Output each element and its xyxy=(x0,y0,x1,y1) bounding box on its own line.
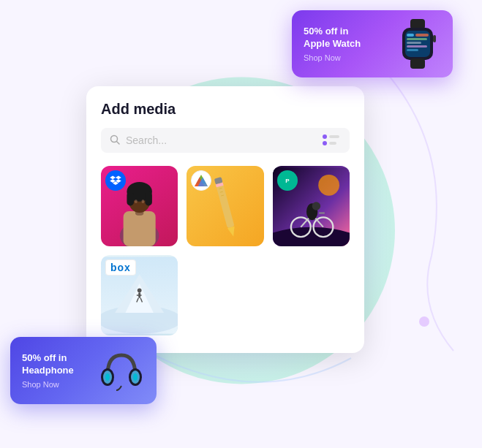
ad-card-watch: 50% off in Apple Watch Shop Now xyxy=(292,10,453,77)
media-item-notion[interactable]: P xyxy=(273,166,350,246)
ad-headphone-text: 50% off in Headphone Shop Now xyxy=(22,352,91,389)
notion-badge: P xyxy=(277,170,298,191)
search-icon xyxy=(110,134,120,147)
svg-rect-5 xyxy=(415,34,429,37)
svg-point-0 xyxy=(419,316,429,327)
ad-card-headphone: 50% off in Headphone Shop Now xyxy=(10,337,157,404)
ad-headphone-image xyxy=(98,347,145,394)
search-placeholder: Search... xyxy=(126,134,167,146)
media-grid: P xyxy=(101,166,350,335)
ad-headphone-title: 50% off in Headphone xyxy=(22,352,91,377)
svg-rect-1 xyxy=(410,19,425,29)
ad-headphone-cta[interactable]: Shop Now xyxy=(22,380,91,389)
svg-rect-6 xyxy=(407,38,427,40)
ad-watch-cta[interactable]: Shop Now xyxy=(304,53,385,62)
search-bar[interactable]: Search... xyxy=(101,128,350,153)
view-toggle[interactable] xyxy=(322,133,341,148)
svg-line-13 xyxy=(117,141,120,144)
box-badge: box xyxy=(105,259,136,276)
svg-rect-19 xyxy=(124,211,156,246)
svg-rect-17 xyxy=(329,142,336,145)
svg-point-49 xyxy=(312,202,320,210)
box-logo: box xyxy=(110,262,131,273)
media-item-google[interactable] xyxy=(187,166,263,246)
svg-rect-7 xyxy=(407,42,421,44)
svg-point-42 xyxy=(318,175,339,196)
svg-rect-10 xyxy=(433,35,436,42)
svg-point-65 xyxy=(133,373,138,381)
media-item-box[interactable]: box xyxy=(101,255,178,335)
media-item-dropbox[interactable] xyxy=(101,166,178,246)
svg-point-26 xyxy=(142,200,145,203)
svg-point-62 xyxy=(105,373,110,381)
svg-rect-9 xyxy=(407,49,418,51)
ad-watch-text: 50% off in Apple Watch Shop Now xyxy=(304,26,385,62)
svg-rect-24 xyxy=(145,191,152,205)
ad-watch-image xyxy=(394,20,441,67)
card-title: Add media xyxy=(101,101,350,118)
svg-rect-16 xyxy=(329,135,339,138)
svg-text:P: P xyxy=(285,178,290,184)
svg-point-41 xyxy=(273,227,350,246)
svg-marker-32 xyxy=(227,227,237,238)
dropbox-badge xyxy=(105,170,126,191)
svg-rect-4 xyxy=(407,34,414,37)
svg-point-55 xyxy=(138,288,142,292)
svg-rect-23 xyxy=(127,191,134,205)
svg-point-14 xyxy=(323,134,327,139)
ad-watch-title: 50% off in Apple Watch xyxy=(304,26,385,50)
svg-point-15 xyxy=(323,141,327,145)
svg-rect-8 xyxy=(407,45,427,48)
svg-rect-11 xyxy=(410,58,425,69)
svg-point-25 xyxy=(135,200,138,203)
add-media-card: Add media Search... xyxy=(86,86,364,353)
